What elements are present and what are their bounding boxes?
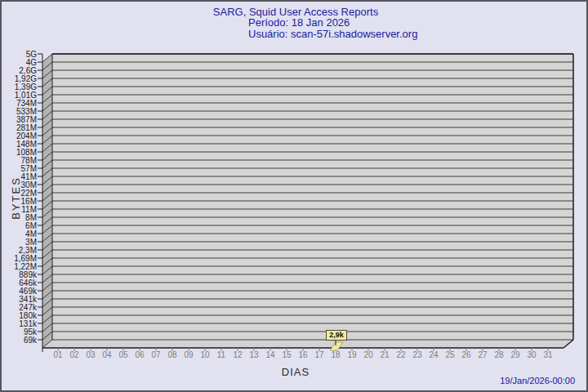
- svg-text:69k: 69k: [24, 336, 38, 345]
- svg-text:13: 13: [249, 350, 259, 359]
- svg-text:26: 26: [461, 350, 471, 359]
- svg-text:18: 18: [331, 350, 341, 359]
- svg-text:07: 07: [151, 350, 161, 359]
- svg-text:04: 04: [102, 350, 112, 359]
- svg-text:15: 15: [282, 350, 292, 359]
- svg-text:06: 06: [135, 350, 145, 359]
- svg-text:23: 23: [412, 350, 422, 359]
- svg-text:10: 10: [200, 350, 210, 359]
- svg-text:31: 31: [543, 350, 553, 359]
- svg-text:29: 29: [510, 350, 520, 359]
- svg-text:01: 01: [53, 350, 63, 359]
- svg-text:17: 17: [314, 350, 324, 359]
- svg-text:08: 08: [167, 350, 177, 359]
- y-axis-title: BYTES: [10, 174, 22, 223]
- svg-text:14: 14: [265, 350, 275, 359]
- svg-text:28: 28: [494, 350, 504, 359]
- svg-text:11: 11: [217, 350, 226, 359]
- svg-text:20: 20: [363, 350, 373, 359]
- svg-text:16: 16: [298, 350, 308, 359]
- svg-text:24: 24: [429, 350, 439, 359]
- bar-chart-canvas: 5G4G2,6G1,92G1,39G1,01G734M533M387M281M2…: [2, 2, 588, 392]
- svg-text:22: 22: [396, 350, 406, 359]
- svg-text:02: 02: [69, 350, 79, 359]
- svg-text:19: 19: [347, 350, 357, 359]
- svg-text:21: 21: [380, 350, 390, 359]
- svg-text:03: 03: [86, 350, 96, 359]
- svg-text:27: 27: [478, 350, 488, 359]
- svg-text:05: 05: [118, 350, 128, 359]
- svg-text:25: 25: [445, 350, 455, 359]
- generated-timestamp: 19/Jan/2026-00:00: [500, 376, 575, 385]
- svg-text:30: 30: [527, 350, 537, 359]
- svg-text:12: 12: [233, 350, 243, 359]
- data-point-label: 2,9k: [326, 330, 347, 341]
- sarg-report-page: SARG, Squid User Access Reports Período:…: [0, 0, 588, 392]
- svg-text:09: 09: [184, 350, 194, 359]
